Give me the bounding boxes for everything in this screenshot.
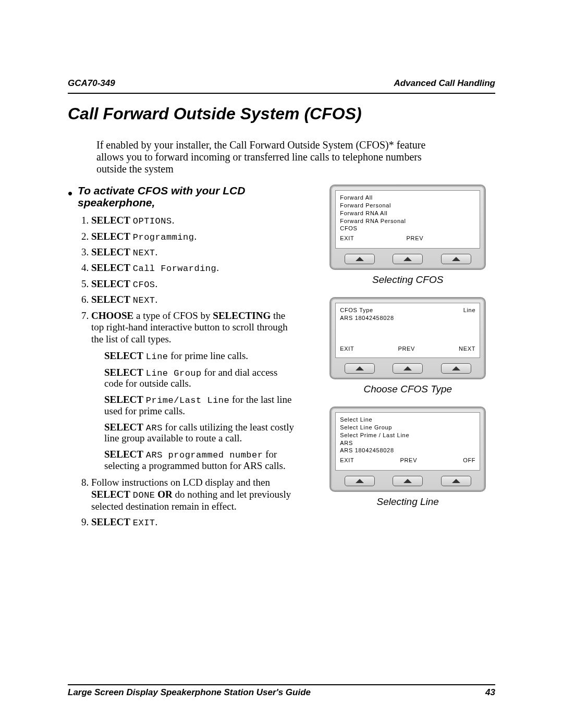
header-rule <box>68 93 495 94</box>
screen-line: ARS 18042458028 <box>340 314 475 322</box>
up-button[interactable] <box>345 254 375 264</box>
step-3: SELECT NEXT. <box>91 246 294 258</box>
softkey-label: PREV <box>406 235 423 242</box>
up-button[interactable] <box>393 363 423 374</box>
screen-line: ARS <box>340 439 475 447</box>
step-1: SELECT OPTIONS. <box>91 215 294 227</box>
lcd-screen: Forward All Forward Personal Forward RNA… <box>335 190 480 249</box>
up-button[interactable] <box>393 476 423 486</box>
step-7-opt-primelast: SELECT Prime/Last Line for the last line… <box>104 394 294 417</box>
up-button[interactable] <box>441 254 471 264</box>
procedure-heading: To activate CFOS with your LCD speakerph… <box>78 184 294 208</box>
step-8: Follow instructions on LCD display and t… <box>91 477 294 513</box>
screen-line: CFOS Type <box>340 306 373 314</box>
text-column: • To activate CFOS with your LCD speaker… <box>78 184 294 532</box>
screen-line: ARS 18042458028 <box>340 447 475 454</box>
up-button[interactable] <box>345 363 375 374</box>
page-title: Call Forward Outside System (CFOS) <box>68 104 495 124</box>
step-7: CHOOSE a type of CFOS by SELECTING the t… <box>91 310 294 472</box>
lcd-screen: CFOS Type Line ARS 18042458028 EXIT PREV… <box>335 303 480 358</box>
figure-caption: Selecting CFOS <box>320 274 495 286</box>
softkey-label: EXIT <box>340 456 354 464</box>
up-button[interactable] <box>393 254 423 264</box>
softkey-label: EXIT <box>340 345 354 353</box>
chevron-up-icon <box>452 366 460 371</box>
screen-line: Line <box>463 306 476 314</box>
step-9: SELECT EXIT. <box>91 516 294 528</box>
section-name: Advanced Call Handling <box>394 78 495 89</box>
screen-line: Select Line Group <box>340 424 475 431</box>
page-footer: Large Screen Display Speakerphone Statio… <box>68 684 495 698</box>
softkey-label: PREV <box>400 456 417 464</box>
step-7-opt-arsprog: SELECT ARS programmed number for selecti… <box>104 449 294 472</box>
page-number: 43 <box>485 687 495 698</box>
chevron-up-icon <box>452 257 460 261</box>
footer-title: Large Screen Display Speakerphone Statio… <box>68 687 311 698</box>
doc-code: GCA70-349 <box>68 78 115 89</box>
screen-line: CFOS <box>340 225 475 232</box>
page: GCA70-349 Advanced Call Handling Call Fo… <box>0 0 563 728</box>
running-header: GCA70-349 Advanced Call Handling <box>68 78 495 89</box>
figure-caption: Choose CFOS Type <box>320 384 495 395</box>
intro-paragraph: If enabled by your installer, the Call F… <box>96 139 430 175</box>
lcd-figure-3: Select Line Select Line Group Select Pri… <box>329 406 486 492</box>
up-button[interactable] <box>345 476 375 486</box>
bullet-icon: • <box>68 187 72 200</box>
up-button[interactable] <box>441 363 471 374</box>
screen-line: Forward RNA Personal <box>340 217 475 225</box>
screen-line: Select Prime / Last Line <box>340 431 475 439</box>
softkey-label: NEXT <box>459 345 475 353</box>
steps-list: SELECT OPTIONS. SELECT Programming. SELE… <box>78 215 294 528</box>
softkey-label: PREV <box>398 345 415 353</box>
figure-caption: Selecting Line <box>320 496 495 508</box>
chevron-up-icon <box>403 479 412 483</box>
chevron-up-icon <box>403 366 412 371</box>
lcd-figure-2: CFOS Type Line ARS 18042458028 EXIT PREV… <box>329 297 486 379</box>
screen-line: Forward All <box>340 194 475 202</box>
step-7-opt-ars: SELECT ARS for calls utilizing the least… <box>104 422 294 445</box>
step-6: SELECT NEXT. <box>91 294 294 306</box>
step-2: SELECT Programming. <box>91 231 294 243</box>
chevron-up-icon <box>356 366 364 371</box>
screen-line: Forward Personal <box>340 202 475 209</box>
lcd-figure-1: Forward All Forward Personal Forward RNA… <box>329 184 486 270</box>
step-4: SELECT Call Forwarding. <box>91 262 294 274</box>
chevron-up-icon <box>356 257 364 261</box>
softkey-label: EXIT <box>340 235 354 242</box>
screen-line: Select Line <box>340 416 475 424</box>
figures-column: Forward All Forward Personal Forward RNA… <box>320 184 495 532</box>
chevron-up-icon <box>403 257 412 261</box>
up-button[interactable] <box>441 476 471 486</box>
chevron-up-icon <box>452 479 460 483</box>
screen-line: Forward RNA All <box>340 209 475 217</box>
lcd-screen: Select Line Select Line Group Select Pri… <box>335 412 480 471</box>
step-7-opt-linegroup: SELECT Line Group for and dial access co… <box>104 367 294 390</box>
step-7-opt-line: SELECT Line for prime line calls. <box>104 351 294 362</box>
chevron-up-icon <box>356 479 364 483</box>
step-5: SELECT CFOS. <box>91 278 294 290</box>
softkey-label: OFF <box>463 456 475 464</box>
